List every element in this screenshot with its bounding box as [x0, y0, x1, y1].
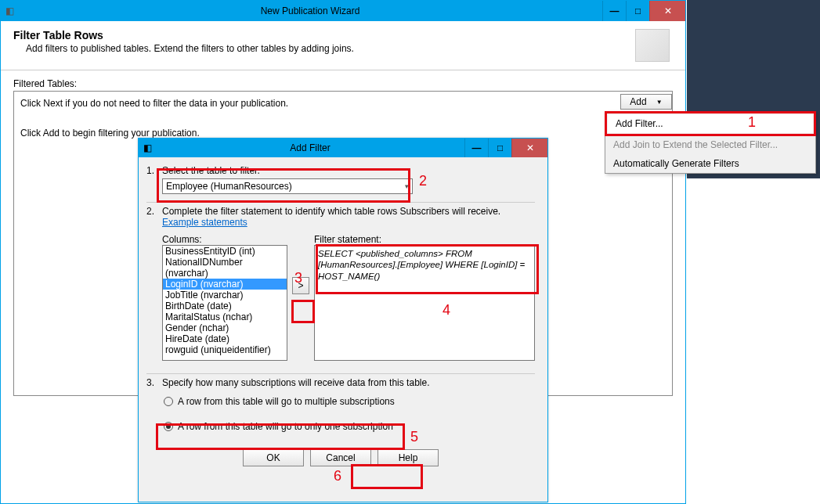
step1-number: 1.	[146, 165, 162, 194]
radio-one[interactable]	[164, 422, 173, 431]
step3-label: Specify how many subscriptions will rece…	[162, 377, 535, 388]
add-menu: Add Filter... Add Join to Extend the Sel…	[605, 111, 816, 174]
radio-multiple-label: A row from this table will go to multipl…	[178, 396, 395, 407]
col-item[interactable]: Gender (nchar)	[163, 322, 287, 333]
wizard-header: Filter Table Rows Add filters to publish…	[1, 21, 685, 67]
chevron-down-icon: ▾	[405, 182, 409, 190]
example-statements-link[interactable]: Example statements	[162, 217, 247, 228]
callout-4: 4	[443, 302, 450, 319]
divider	[1, 70, 685, 70]
col-item[interactable]: HireDate (date)	[163, 333, 287, 344]
page-subtitle: Add filters to published tables. Extend …	[26, 43, 635, 54]
col-item[interactable]: JobTitle (nvarchar)	[163, 290, 287, 301]
columns-listbox[interactable]: BusinessEntityID (int) NationalIDNumber …	[162, 245, 287, 361]
divider	[146, 373, 535, 374]
callout-5: 5	[410, 429, 418, 445]
col-item[interactable]: NationalIDNumber (nvarchar)	[163, 257, 287, 279]
col-item-selected[interactable]: LoginID (nvarchar)	[163, 279, 287, 290]
menu-auto-generate[interactable]: Automatically Generate Filters	[605, 154, 815, 173]
filter-statement-label: Filter statement:	[314, 234, 535, 245]
add-filter-icon: ◧	[139, 142, 156, 153]
table-select[interactable]: Employee (HumanResources) ▾	[162, 178, 413, 194]
divider	[146, 202, 535, 203]
add-filter-window: ◧ Add Filter — □ ✕ 1. Select the table t…	[138, 138, 548, 502]
callout-6: 6	[334, 468, 341, 484]
wizard-title: New Publication Wizard	[18, 5, 602, 16]
page-title: Filter Table Rows	[13, 29, 635, 41]
col-item[interactable]: MaritalStatus (nchar)	[163, 311, 287, 322]
callout-1: 1	[748, 114, 756, 131]
step1-label: Select the table to filter.	[162, 165, 535, 176]
chevron-down-icon: ▼	[656, 99, 663, 106]
af-minimize-button[interactable]: —	[464, 139, 488, 157]
wizard-titlebar[interactable]: ◧ New Publication Wizard — □ ✕	[1, 1, 685, 21]
callout-2: 2	[419, 173, 427, 189]
af-maximize-button[interactable]: □	[488, 139, 511, 157]
minimize-button[interactable]: —	[602, 1, 626, 21]
ok-button[interactable]: OK	[243, 449, 304, 466]
step2-number: 2.	[146, 206, 162, 361]
step2-label: Complete the filter statement to identif…	[162, 206, 500, 217]
filtered-msg-1: Click Next if you do not need to filter …	[20, 96, 666, 111]
radio-multiple[interactable]	[164, 397, 173, 406]
menu-add-filter[interactable]: Add Filter...	[608, 114, 813, 133]
col-item[interactable]: BirthDate (date)	[163, 301, 287, 311]
af-close-button[interactable]: ✕	[511, 139, 547, 157]
add-dropdown-button[interactable]: Add ▼	[620, 94, 672, 110]
app-icon: ◧	[1, 5, 18, 16]
help-button[interactable]: Help	[377, 449, 439, 466]
add-button-label: Add	[630, 96, 646, 107]
step3-number: 3.	[146, 377, 162, 435]
table-select-value: Employee (HumanResources)	[166, 181, 292, 192]
maximize-button[interactable]: □	[626, 1, 649, 21]
add-filter-titlebar[interactable]: ◧ Add Filter — □ ✕	[139, 139, 547, 157]
filtered-tables-label: Filtered Tables:	[13, 78, 673, 89]
add-filter-title: Add Filter	[156, 142, 464, 153]
menu-add-join: Add Join to Extend the Selected Filter..…	[605, 135, 815, 154]
wizard-header-image	[635, 29, 670, 62]
cancel-button[interactable]: Cancel	[310, 449, 371, 466]
radio-one-label: A row from this table will go to only on…	[178, 421, 393, 432]
filter-statement-input[interactable]: SELECT <published_columns> FROM [HumanRe…	[314, 245, 535, 361]
close-button[interactable]: ✕	[649, 1, 685, 21]
columns-label: Columns:	[162, 234, 287, 245]
col-item[interactable]: BusinessEntityID (int)	[163, 246, 287, 257]
col-item[interactable]: rowguid (uniqueidentifier)	[163, 344, 287, 355]
callout-3: 3	[294, 270, 302, 286]
